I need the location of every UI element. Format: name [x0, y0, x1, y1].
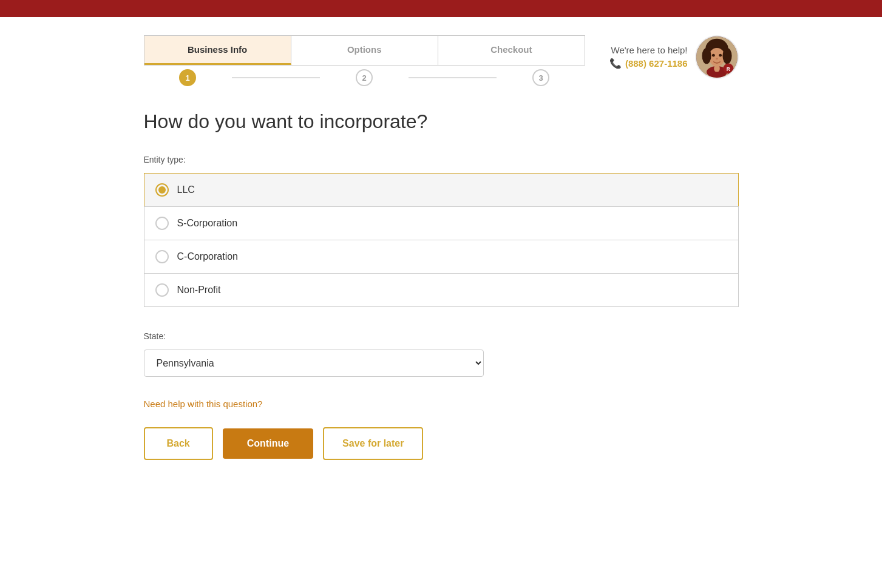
- continue-button[interactable]: Continue: [223, 428, 313, 459]
- connector-1: [232, 77, 320, 78]
- step-circle-3: 3: [532, 69, 549, 86]
- avatar: R: [695, 35, 739, 79]
- radio-circle-scorp: [155, 217, 169, 230]
- steps-wrapper: Business Info Options Checkout 1: [144, 35, 585, 86]
- option-scorp[interactable]: S-Corporation: [144, 206, 739, 240]
- svg-text:R: R: [726, 66, 730, 72]
- step-circle-2: 2: [356, 69, 373, 86]
- page-title: How do you want to incorporate?: [144, 110, 739, 133]
- svg-point-6: [719, 54, 722, 57]
- phone-icon: 📞: [609, 58, 622, 69]
- state-label: State:: [144, 331, 484, 341]
- step-node-1: 1: [144, 69, 232, 86]
- radio-inner-llc: [158, 186, 166, 194]
- state-select[interactable]: AlabamaAlaskaArizonaArkansasCaliforniaCo…: [144, 350, 484, 377]
- svg-point-7: [716, 58, 718, 59]
- button-row: Back Continue Save for later: [144, 427, 739, 460]
- save-button[interactable]: Save for later: [323, 427, 423, 460]
- svg-point-4: [722, 48, 731, 64]
- option-scorp-label: S-Corporation: [177, 218, 238, 229]
- avatar-image: R: [696, 35, 738, 79]
- step-tab-options[interactable]: Options: [291, 36, 438, 65]
- helper-area: We're here to help! 📞 (888) 627-1186: [609, 35, 739, 79]
- help-link[interactable]: Need help with this question?: [144, 399, 263, 409]
- option-nonprofit[interactable]: Non-Profit: [144, 273, 739, 307]
- progress-area: Business Info Options Checkout 1: [144, 35, 739, 86]
- entity-label: Entity type:: [144, 155, 739, 164]
- step-tab-checkout[interactable]: Checkout: [438, 36, 585, 65]
- step-tab-business-info[interactable]: Business Info: [144, 36, 291, 65]
- svg-point-3: [702, 48, 711, 64]
- steps-circles: 1 2 3: [144, 69, 585, 86]
- state-section: State: AlabamaAlaskaArizonaArkansasCalif…: [144, 331, 484, 377]
- connector-2: [409, 77, 497, 78]
- option-llc-label: LLC: [177, 184, 195, 195]
- svg-point-5: [711, 54, 714, 57]
- top-bar: [0, 0, 882, 17]
- step-circle-1: 1: [179, 69, 196, 86]
- radio-circle-ccorp: [155, 250, 169, 263]
- step-node-3: 3: [497, 69, 585, 86]
- option-ccorp[interactable]: C-Corporation: [144, 240, 739, 274]
- option-nonprofit-label: Non-Profit: [177, 285, 221, 296]
- radio-circle-llc: [155, 183, 169, 197]
- steps-labels: Business Info Options Checkout: [144, 35, 585, 66]
- svg-rect-9: [714, 65, 719, 72]
- step-node-2: 2: [320, 69, 408, 86]
- option-llc[interactable]: LLC: [144, 173, 739, 207]
- helper-phone: 📞 (888) 627-1186: [609, 58, 688, 69]
- option-ccorp-label: C-Corporation: [177, 251, 238, 262]
- helper-title: We're here to help!: [609, 45, 688, 55]
- back-button[interactable]: Back: [144, 427, 213, 460]
- helper-text: We're here to help! 📞 (888) 627-1186: [609, 45, 688, 69]
- radio-circle-nonprofit: [155, 283, 169, 297]
- entity-options: LLC S-Corporation C-Corporation Non-Prof…: [144, 173, 739, 307]
